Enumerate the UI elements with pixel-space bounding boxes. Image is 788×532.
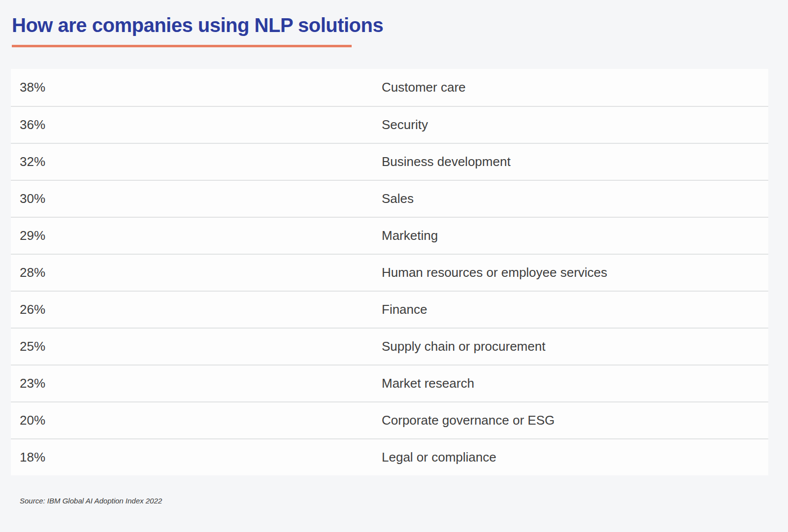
row-value: 18% — [11, 450, 382, 465]
source-note: Source: IBM Global AI Adoption Index 202… — [20, 497, 162, 505]
row-value: 28% — [11, 265, 382, 280]
row-value: 20% — [11, 413, 382, 428]
table-row: 18% Legal or compliance — [11, 438, 768, 475]
table-row: 25% Supply chain or procurement — [11, 328, 768, 365]
row-label: Business development — [382, 154, 768, 169]
row-value: 26% — [11, 302, 382, 317]
row-label: Market research — [382, 376, 768, 391]
row-label: Marketing — [382, 228, 768, 243]
row-value: 23% — [11, 376, 382, 391]
row-label: Human resources or employee services — [382, 265, 768, 280]
row-value: 25% — [11, 339, 382, 354]
row-label: Sales — [382, 191, 768, 206]
table-row: 28% Human resources or employee services — [11, 254, 768, 291]
table-row: 29% Marketing — [11, 217, 768, 254]
row-value: 38% — [11, 80, 382, 95]
table-row: 30% Sales — [11, 180, 768, 217]
table-row: 38% Customer care — [11, 69, 768, 106]
page: How are companies using NLP solutions 38… — [0, 0, 788, 532]
table-row: 23% Market research — [11, 365, 768, 401]
row-value: 30% — [11, 191, 382, 206]
table-row: 20% Corporate governance or ESG — [11, 401, 768, 438]
table-row: 36% Security — [11, 106, 768, 143]
table-row: 26% Finance — [11, 291, 768, 328]
row-label: Legal or compliance — [382, 450, 768, 465]
row-label: Customer care — [382, 80, 768, 95]
row-value: 32% — [11, 154, 382, 169]
page-title: How are companies using NLP solutions — [12, 14, 383, 36]
row-label: Corporate governance or ESG — [382, 413, 768, 428]
row-label: Supply chain or procurement — [382, 339, 768, 354]
nlp-usage-table: 38% Customer care 36% Security 32% Busin… — [11, 69, 768, 475]
row-label: Security — [382, 117, 768, 133]
table-row: 32% Business development — [11, 143, 768, 180]
row-value: 29% — [11, 228, 382, 243]
row-value: 36% — [11, 117, 382, 133]
row-label: Finance — [382, 302, 768, 317]
title-accent-underline — [12, 45, 352, 47]
